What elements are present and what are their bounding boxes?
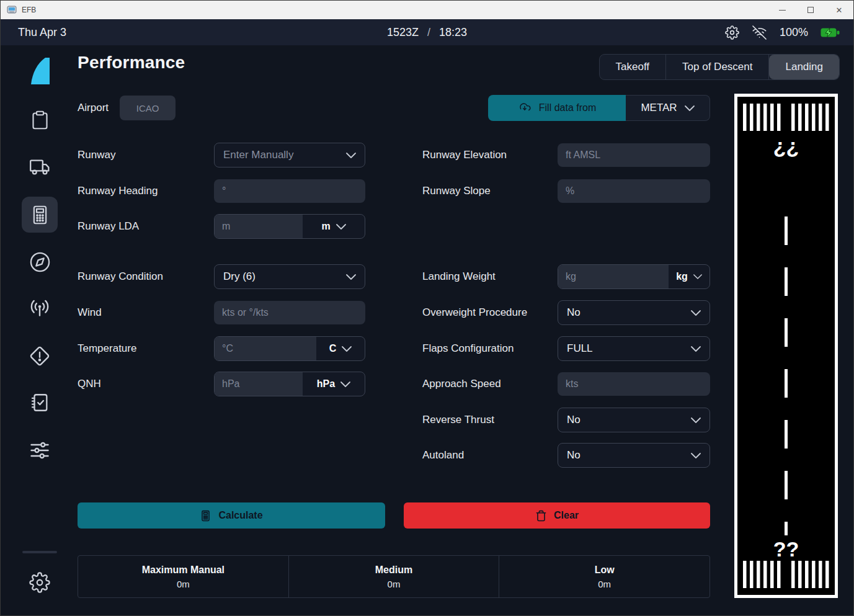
landing-weight-unit-select[interactable]: kg <box>669 265 709 288</box>
overweight-procedure-label: Overweight Procedure <box>422 306 527 319</box>
result-maximum-manual-value: 0m <box>177 579 190 589</box>
qnh-row: QNH hPa <box>78 372 365 396</box>
window-titlebar: EFB ✕ <box>1 1 853 19</box>
runway-slope-label: Runway Slope <box>422 185 491 197</box>
clear-button[interactable]: Clear <box>404 502 710 529</box>
runway-heading-field <box>214 179 365 203</box>
result-medium-value: 0m <box>388 579 401 589</box>
airport-label: Airport <box>78 102 109 114</box>
result-low-value: 0m <box>598 579 611 589</box>
fill-data-group: Fill data from METAR <box>488 95 710 121</box>
tab-top-of-descent[interactable]: Top of Descent <box>666 55 769 79</box>
landing-weight-label: Landing Weight <box>422 270 496 283</box>
autoland-label: Autoland <box>422 449 464 462</box>
battery-charging-icon <box>821 27 840 38</box>
qnh-input[interactable] <box>222 378 295 390</box>
runway-condition-label: Runway Condition <box>78 270 163 283</box>
overweight-procedure-select[interactable]: No <box>558 300 710 325</box>
airport-icao-input[interactable] <box>120 96 176 120</box>
gear-icon[interactable] <box>725 25 739 40</box>
runway-lda-unit-value: m <box>321 221 330 232</box>
fill-data-label: Fill data from <box>539 102 596 114</box>
result-medium-label: Medium <box>375 565 412 576</box>
status-bar: Thu Apr 3 1523Z / 18:23 100% <box>1 19 853 45</box>
runway-lda-row: Runway LDA m <box>78 214 365 239</box>
window-title: EFB <box>22 6 36 14</box>
wind-input[interactable] <box>222 307 357 318</box>
runway-lda-field: m <box>214 214 365 239</box>
reverse-thrust-value: No <box>567 414 580 426</box>
cloud-download-icon <box>518 102 532 114</box>
time-separator: / <box>427 26 430 39</box>
reverse-thrust-select[interactable]: No <box>558 408 710 432</box>
flaps-configuration-row: Flaps Configuration FULL <box>422 336 710 361</box>
wind-field <box>214 301 365 324</box>
close-icon[interactable]: ✕ <box>825 1 853 19</box>
wind-label: Wind <box>78 306 102 319</box>
runway-elevation-row: Runway Elevation <box>422 143 710 167</box>
landing-weight-unit-value: kg <box>676 271 688 282</box>
runway-far-designator: ¿¿ <box>773 134 799 158</box>
result-medium: Medium 0m <box>289 556 500 597</box>
runway-select[interactable]: Enter Manually <box>214 143 365 167</box>
flaps-configuration-label: Flaps Configuration <box>422 342 514 355</box>
landing-weight-input[interactable] <box>566 271 661 282</box>
temperature-row: Temperature C <box>78 336 365 361</box>
mode-tabs: Takeoff Top of Descent Landing <box>599 54 840 80</box>
runway-condition-row: Runway Condition Dry (6) <box>78 264 365 289</box>
airport-row: Airport <box>78 95 176 121</box>
flaps-configuration-select[interactable]: FULL <box>558 336 710 361</box>
overweight-procedure-row: Overweight Procedure No <box>422 300 710 325</box>
runway-lda-input[interactable] <box>222 221 295 232</box>
fill-source-value: METAR <box>641 102 677 114</box>
clear-label: Clear <box>554 510 579 521</box>
flaps-configuration-value: FULL <box>567 342 593 355</box>
runway-label: Runway <box>78 149 115 161</box>
local-time: 18:23 <box>439 26 467 39</box>
efb-app-window: EFB ✕ Thu Apr 3 1523Z / 18:23 100% <box>0 0 854 616</box>
runway-lda-unit-select[interactable]: m <box>303 215 365 238</box>
results-table: Maximum Manual 0m Medium 0m Low 0m <box>78 555 710 598</box>
runway-graphic: ¿¿ ?? <box>734 94 838 598</box>
runway-heading-input[interactable] <box>222 185 357 197</box>
runway-heading-row: Runway Heading <box>78 179 365 203</box>
calculate-button[interactable]: Calculate <box>78 502 385 529</box>
temperature-unit-select[interactable]: C <box>316 337 365 360</box>
landing-weight-row: Landing Weight kg <box>422 264 710 289</box>
temperature-label: Temperature <box>78 342 136 355</box>
maximize-icon[interactable] <box>796 1 825 19</box>
tab-takeoff[interactable]: Takeoff <box>600 55 667 79</box>
fill-source-select[interactable]: METAR <box>626 95 710 121</box>
runway-condition-value: Dry (6) <box>223 270 256 283</box>
utc-time: 1523Z <box>387 26 419 39</box>
page-title: Performance <box>78 53 185 73</box>
runway-lda-label: Runway LDA <box>78 220 139 233</box>
tab-landing[interactable]: Landing <box>769 55 839 79</box>
runway-elevation-input[interactable] <box>566 150 702 161</box>
wifi-off-icon[interactable] <box>752 25 767 40</box>
runway-slope-input[interactable] <box>566 185 702 197</box>
result-maximum-manual-label: Maximum Manual <box>142 565 225 576</box>
app-icon <box>7 6 17 14</box>
temperature-unit-value: C <box>329 343 337 354</box>
main-content: Performance Takeoff Top of Descent Landi… <box>1 45 854 616</box>
runway-condition-select[interactable]: Dry (6) <box>214 264 365 289</box>
runway-slope-row: Runway Slope <box>422 179 710 203</box>
runway-row: Runway Enter Manually <box>78 143 365 167</box>
runway-slope-field <box>558 179 710 203</box>
landing-weight-field: kg <box>558 264 710 289</box>
trash-icon <box>535 510 547 522</box>
runway-elevation-label: Runway Elevation <box>422 149 507 161</box>
calculate-label: Calculate <box>218 510 262 521</box>
fill-data-button[interactable]: Fill data from <box>488 95 626 121</box>
qnh-label: QNH <box>78 378 101 390</box>
temperature-input[interactable] <box>222 343 309 354</box>
approach-speed-input[interactable] <box>566 378 702 390</box>
autoland-select[interactable]: No <box>558 443 710 468</box>
qnh-unit-value: hPa <box>317 378 335 390</box>
minimize-icon[interactable] <box>768 1 796 19</box>
autoland-value: No <box>567 449 580 462</box>
autoland-row: Autoland No <box>422 443 710 468</box>
runway-select-value: Enter Manually <box>223 149 293 161</box>
qnh-unit-select[interactable]: hPa <box>303 372 365 396</box>
